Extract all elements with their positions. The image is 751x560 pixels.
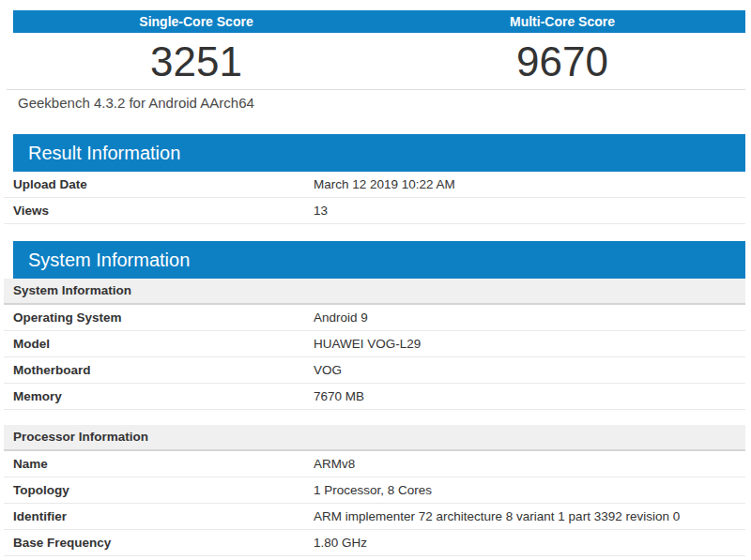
table-row: Base Frequency 1.80 GHz (4, 530, 745, 556)
row-label-name: Name (4, 457, 314, 471)
table-row: Name ARMv8 (4, 451, 745, 477)
row-value-motherboard: VOG (314, 363, 745, 377)
single-core-score-header: Single-Core Score (13, 10, 379, 33)
multi-core-score-value: 9670 (379, 41, 745, 83)
geekbench-result-page: Single-Core Score Multi-Core Score 3251 … (0, 0, 751, 560)
system-information-subheader: System Information (4, 279, 745, 305)
row-label-upload-date: Upload Date (4, 177, 314, 191)
result-information-heading: Result Information (13, 134, 745, 172)
result-information-table: Upload Date March 12 2019 10:22 AM Views… (4, 172, 745, 224)
row-value-name: ARMv8 (314, 457, 745, 471)
row-value-identifier: ARM implementer 72 architecture 8 varian… (314, 509, 745, 523)
single-core-score-value: 3251 (13, 41, 379, 83)
system-information-table: System Information Operating System Andr… (4, 279, 745, 410)
row-value-operating-system: Android 9 (314, 310, 745, 325)
row-label-motherboard: Motherboard (4, 363, 314, 377)
row-label-operating-system: Operating System (4, 310, 314, 325)
processor-information-table: Processor Information Name ARMv8 Topolog… (4, 425, 745, 556)
score-values: 3251 9670 (13, 33, 745, 83)
table-row: Motherboard VOG (4, 357, 745, 384)
table-row: Upload Date March 12 2019 10:22 AM (4, 172, 745, 198)
row-label-memory: Memory (4, 389, 314, 403)
divider (7, 89, 745, 90)
row-label-views: Views (4, 204, 314, 218)
row-value-base-frequency: 1.80 GHz (314, 536, 745, 550)
table-row: Identifier ARM implementer 72 architectu… (4, 504, 745, 530)
multi-core-score-header: Multi-Core Score (379, 10, 745, 33)
benchmark-version-caption: Geekbench 4.3.2 for Android AArch64 (18, 95, 254, 111)
row-value-memory: 7670 MB (314, 389, 745, 403)
row-value-upload-date: March 12 2019 10:22 AM (314, 177, 745, 191)
system-information-heading: System Information (13, 241, 745, 279)
result-information-section: Result Information Upload Date March 12 … (4, 134, 745, 224)
score-summary: Single-Core Score Multi-Core Score 3251 … (13, 10, 745, 83)
row-value-views: 13 (314, 204, 745, 218)
table-row: Topology 1 Processor, 8 Cores (4, 477, 745, 504)
system-information-section: System Information System Information Op… (4, 241, 745, 556)
table-row: Memory 7670 MB (4, 384, 745, 410)
processor-information-subheader: Processor Information (4, 425, 745, 451)
row-label-topology: Topology (4, 483, 314, 497)
score-header-bar: Single-Core Score Multi-Core Score (13, 10, 745, 33)
row-label-base-frequency: Base Frequency (4, 536, 314, 550)
row-value-model: HUAWEI VOG-L29 (314, 337, 745, 351)
table-row: Views 13 (4, 198, 745, 224)
table-row: Operating System Android 9 (4, 305, 745, 331)
row-label-identifier: Identifier (4, 509, 314, 523)
row-label-model: Model (4, 337, 314, 351)
row-value-topology: 1 Processor, 8 Cores (314, 483, 745, 497)
table-row: Model HUAWEI VOG-L29 (4, 331, 745, 357)
